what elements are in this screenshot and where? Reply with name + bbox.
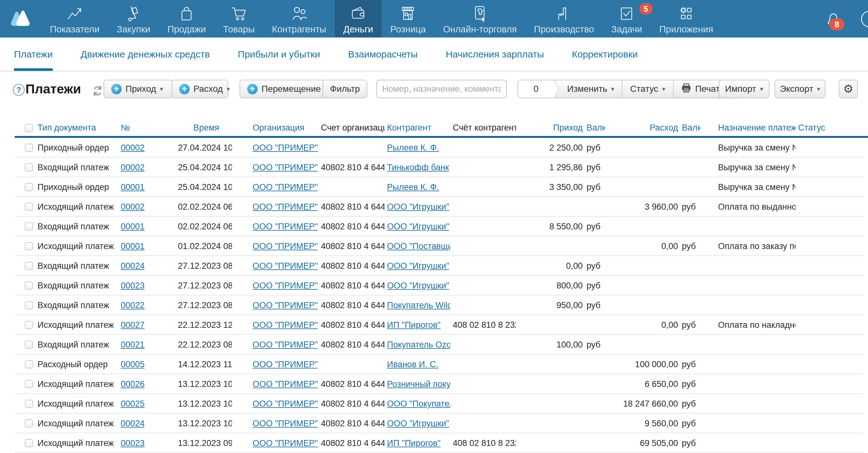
income-button[interactable]: + Приход ▾: [103, 80, 173, 98]
org-link[interactable]: ООО "ПРИМЕР": [253, 281, 318, 290]
num-link[interactable]: 00025: [121, 399, 145, 409]
export-button[interactable]: Экспорт ▾: [775, 80, 826, 98]
refresh-icon[interactable]: [92, 86, 103, 98]
nav-item-people[interactable]: Контрагенты: [264, 0, 335, 37]
num-link[interactable]: 00005: [121, 360, 145, 369]
num-link[interactable]: 00001: [121, 241, 145, 251]
settings-button[interactable]: ⚙: [839, 80, 858, 98]
page-help-icon[interactable]: ?: [13, 84, 25, 96]
contragent-link[interactable]: ООО "Игрушки": [387, 419, 449, 428]
contragent-link[interactable]: Иванов И. С.: [387, 360, 438, 369]
column-header-purpose[interactable]: Назначение платежа: [700, 123, 796, 133]
tab-4[interactable]: Начисления зарплаты: [446, 37, 544, 71]
expense-button[interactable]: + Расход ▾: [172, 80, 228, 98]
tab-1[interactable]: Движение денежных средств: [81, 37, 210, 71]
contragent-link[interactable]: Покупатель Wildb: [387, 300, 450, 310]
row-checkbox[interactable]: [25, 380, 33, 388]
nav-item-storefront[interactable]: Розница: [381, 0, 434, 37]
row-checkbox[interactable]: [25, 183, 33, 191]
row-checkbox[interactable]: [25, 439, 33, 447]
import-button[interactable]: Импорт ▾: [719, 80, 770, 98]
num-link[interactable]: 00023: [121, 281, 145, 290]
num-link[interactable]: 00024: [121, 261, 145, 271]
status-button[interactable]: Статус ▾: [622, 80, 673, 98]
num-link[interactable]: 00002: [121, 163, 145, 172]
contragent-link[interactable]: Розничный покуп: [387, 379, 450, 389]
tab-3[interactable]: Взаиморасчеты: [348, 37, 417, 71]
nav-item-shopping-bag[interactable]: Продажи: [159, 0, 214, 37]
contragent-link[interactable]: Рылеев К. Ф.: [387, 182, 439, 192]
row-checkbox[interactable]: [25, 400, 33, 408]
notifications-bell-icon[interactable]: 8: [824, 9, 843, 31]
nav-item-cart[interactable]: Товары: [214, 0, 264, 37]
row-checkbox[interactable]: [25, 301, 33, 310]
help-circle-icon[interactable]: [861, 11, 868, 27]
org-link[interactable]: ООО "ПРИМЕР": [253, 439, 318, 448]
search-input[interactable]: [376, 80, 507, 98]
row-checkbox[interactable]: [25, 419, 33, 428]
filter-button[interactable]: Фильтр: [322, 80, 367, 98]
contragent-link[interactable]: ООО "Покупатель": [387, 399, 450, 409]
app-logo[interactable]: [0, 0, 41, 37]
org-link[interactable]: ООО "ПРИМЕР": [253, 182, 318, 192]
contragent-link[interactable]: ООО "Поставщик": [387, 241, 450, 251]
nav-item-online-store[interactable]: Онлайн-торговля: [434, 0, 525, 37]
change-button[interactable]: Изменить ▾: [554, 80, 622, 98]
org-link[interactable]: ООО "ПРИМЕР": [253, 360, 318, 369]
contragent-link[interactable]: ООО "Игрушки": [387, 281, 449, 290]
contragent-link[interactable]: ИП "Пирогов": [387, 320, 441, 330]
num-link[interactable]: 00024: [121, 419, 145, 428]
tab-2[interactable]: Прибыли и убытки: [238, 37, 320, 71]
column-header-income[interactable]: Приход: [516, 123, 583, 133]
contragent-link[interactable]: Покупатель Ozon: [387, 340, 450, 350]
contragent-link[interactable]: ИП "Пирогов": [387, 439, 441, 448]
row-checkbox[interactable]: [25, 163, 33, 171]
column-header-expense_cur[interactable]: Валюта: [678, 123, 700, 133]
transfer-button[interactable]: + Перемещение: [240, 80, 326, 98]
column-header-contragent[interactable]: Контрагент: [384, 123, 450, 133]
nav-item-factory[interactable]: Производство: [526, 0, 603, 37]
nav-item-hand-truck[interactable]: Закупки: [108, 0, 159, 37]
row-checkbox[interactable]: [25, 262, 33, 270]
contragent-link[interactable]: Рылеев К. Ф.: [387, 143, 439, 153]
num-link[interactable]: 00001: [121, 222, 145, 231]
column-header-type[interactable]: Тип документа: [37, 123, 121, 133]
row-checkbox[interactable]: [25, 321, 33, 329]
column-header-num[interactable]: №: [121, 123, 178, 133]
contragent-link[interactable]: Тинькофф банк: [387, 163, 449, 172]
row-checkbox[interactable]: [25, 360, 33, 368]
num-link[interactable]: 00023: [121, 439, 145, 448]
org-link[interactable]: ООО "ПРИМЕР": [253, 320, 318, 330]
org-link[interactable]: ООО "ПРИМЕР": [253, 419, 318, 428]
column-header-time[interactable]: Время▼: [178, 123, 232, 133]
org-link[interactable]: ООО "ПРИМЕР": [253, 241, 318, 251]
column-header-expense[interactable]: Расход: [605, 123, 678, 133]
org-link[interactable]: ООО "ПРИМЕР": [253, 399, 318, 409]
num-link[interactable]: 00027: [121, 320, 145, 330]
column-header-org[interactable]: Организация: [232, 123, 318, 133]
org-link[interactable]: ООО "ПРИМЕР": [253, 222, 318, 231]
nav-item-apps[interactable]: Приложения: [651, 0, 722, 37]
num-link[interactable]: 00002: [121, 143, 145, 153]
column-header-status[interactable]: Статус: [796, 123, 868, 133]
org-link[interactable]: ООО "ПРИМЕР": [253, 340, 318, 350]
nav-item-chart-line[interactable]: Показатели: [41, 0, 108, 37]
num-link[interactable]: 00002: [121, 202, 145, 212]
row-checkbox[interactable]: [25, 203, 33, 211]
row-checkbox[interactable]: [25, 341, 33, 349]
contragent-link[interactable]: ООО "Игрушки": [387, 202, 449, 212]
column-header-income_cur[interactable]: Валюта: [583, 123, 605, 133]
org-link[interactable]: ООО "ПРИМЕР": [253, 261, 318, 271]
tab-payments[interactable]: Платежи: [14, 37, 53, 71]
tab-5[interactable]: Корректировки: [572, 37, 638, 71]
row-checkbox[interactable]: [25, 282, 33, 290]
row-checkbox[interactable]: [25, 143, 33, 152]
org-link[interactable]: ООО "ПРИМЕР": [253, 143, 318, 153]
org-link[interactable]: ООО "ПРИМЕР": [253, 163, 318, 172]
contragent-link[interactable]: ООО "Игрушки": [387, 261, 449, 271]
nav-item-wallet[interactable]: Деньги: [335, 0, 382, 37]
num-link[interactable]: 00026: [121, 379, 145, 389]
nav-item-tasks[interactable]: Задачи5: [603, 0, 651, 37]
org-link[interactable]: ООО "ПРИМЕР": [253, 202, 318, 212]
contragent-link[interactable]: ООО "Игрушки": [387, 222, 449, 231]
